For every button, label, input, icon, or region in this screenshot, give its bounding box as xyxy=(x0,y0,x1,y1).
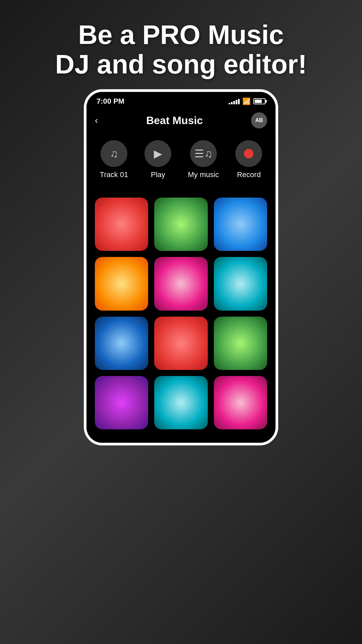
signal-bar-3 xyxy=(233,101,235,104)
pad-cyan-2[interactable] xyxy=(154,376,207,429)
record-dot xyxy=(244,149,253,158)
toolbar: ♫ Track 01 ▶ Play ☰♫ My music xyxy=(86,133,276,187)
pad-blue-2[interactable] xyxy=(95,317,148,370)
pad-red-2[interactable] xyxy=(154,317,207,370)
headline-text: Be a PRO Music DJ and song editor! xyxy=(0,0,362,89)
pad-blue-1[interactable] xyxy=(214,198,267,251)
toolbar-item-mymusic[interactable]: ☰♫ My music xyxy=(188,140,219,179)
playlist-icon: ☰♫ xyxy=(190,140,217,167)
phone-frame: 7:00 PM 📶 ‹ Beat Music AB xyxy=(84,89,278,445)
pad-cyan-1[interactable] xyxy=(214,257,267,310)
ab-badge[interactable]: AB xyxy=(251,112,267,128)
app-header: ‹ Beat Music AB xyxy=(86,109,276,133)
app-title: Beat Music xyxy=(146,114,203,127)
pad-pink-1[interactable] xyxy=(154,257,207,310)
toolbar-item-play[interactable]: ▶ Play xyxy=(144,140,171,179)
pad-grid xyxy=(86,187,276,443)
music-note-icon: ♫ xyxy=(101,140,127,167)
wifi-icon: 📶 xyxy=(242,97,251,105)
status-icons: 📶 xyxy=(229,97,265,105)
pad-orange-1[interactable] xyxy=(95,257,148,310)
pad-purple-1[interactable] xyxy=(95,376,148,429)
back-button[interactable]: ‹ xyxy=(95,115,98,126)
pad-green-2[interactable] xyxy=(214,317,267,370)
status-bar: 7:00 PM 📶 xyxy=(86,92,276,109)
ab-label: AB xyxy=(255,117,263,123)
battery-fill xyxy=(255,100,262,103)
headline-line1: Be a PRO Music xyxy=(13,20,349,50)
signal-bar-4 xyxy=(236,100,237,104)
signal-bar-5 xyxy=(238,99,240,104)
phone-container: 7:00 PM 📶 ‹ Beat Music AB xyxy=(84,89,278,559)
signal-bars-icon xyxy=(229,98,240,104)
headline-line2: DJ and song editor! xyxy=(13,50,349,79)
signal-bar-2 xyxy=(231,102,233,104)
toolbar-item-record[interactable]: Record xyxy=(235,140,262,179)
signal-bar-1 xyxy=(229,103,230,104)
toolbar-item-track01[interactable]: ♫ Track 01 xyxy=(100,140,128,179)
battery-icon xyxy=(253,98,265,104)
toolbar-label-track01: Track 01 xyxy=(100,170,128,179)
pad-red-1[interactable] xyxy=(95,198,148,251)
record-icon xyxy=(235,140,262,167)
play-icon: ▶ xyxy=(144,140,171,167)
toolbar-label-play: Play xyxy=(151,170,165,179)
toolbar-label-mymusic: My music xyxy=(188,170,219,179)
pad-pink-2[interactable] xyxy=(214,376,267,429)
pad-green-1[interactable] xyxy=(154,198,207,251)
status-time: 7:00 PM xyxy=(97,97,124,106)
toolbar-label-record: Record xyxy=(237,170,261,179)
